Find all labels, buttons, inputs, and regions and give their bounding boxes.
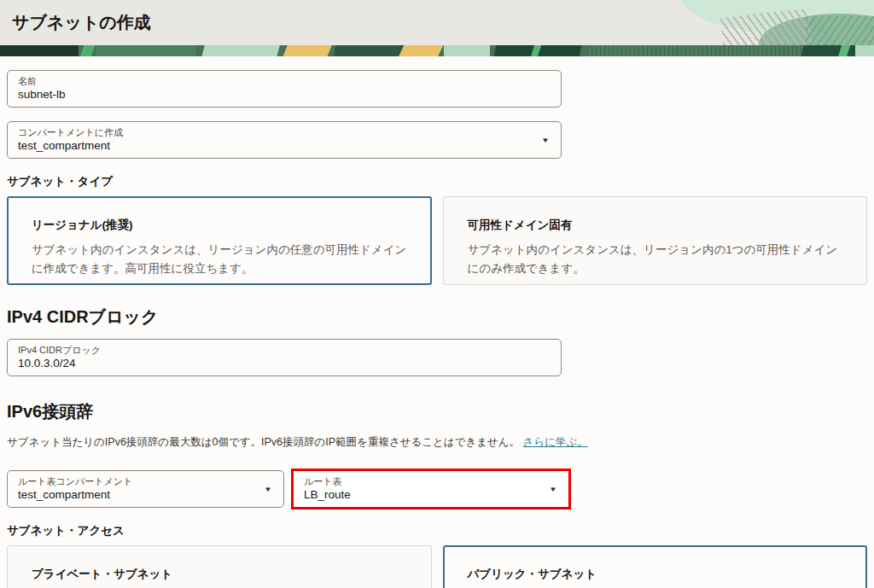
chevron-down-icon: ▼ [549,486,557,493]
route-table-row: ルート表コンパートメント test_compartment ▼ ルート表 LB_… [7,469,867,509]
name-field-label: 名前 [18,75,551,87]
compartment-select-label: コンパートメントに作成 [18,126,551,138]
card-title: プライベート・サブネット [32,567,407,582]
compartment-select-value: test_compartment [18,138,551,153]
ipv4-cidr-heading: IPv4 CIDRブロック [7,306,867,329]
subnet-access-options: プライベート・サブネット このサブネットのインスタンスに対してパブリックIPアド… [7,545,867,588]
route-table-value: LB_route [304,487,558,502]
card-title: パブリック・サブネット [468,567,843,582]
chevron-down-icon: ▼ [264,486,272,493]
create-subnet-form: 名前 コンパートメントに作成 test_compartment ▼ サブネット・… [0,56,874,588]
card-title: リージョナル(推奨) [32,218,407,233]
route-table-compartment-label: ルート表コンパートメント [18,475,273,487]
card-title: 可用性ドメイン固有 [468,218,843,233]
learn-more-link[interactable]: さらに学ぶ。 [523,436,588,448]
chevron-down-icon: ▼ [541,137,550,144]
ipv4-cidr-input[interactable] [18,356,551,370]
card-description: サブネット内のインスタンスは、リージョン内の1つの可用性ドメインにのみ作成できま… [468,241,843,278]
subnet-type-options: リージョナル(推奨) サブネット内のインスタンスは、リージョン内の任意の可用性ド… [7,196,867,285]
compartment-select[interactable]: コンパートメントに作成 test_compartment ▼ [7,121,562,159]
decorative-green-banner [0,45,874,56]
subnet-access-label: サブネット・アクセス [7,523,867,539]
subnet-access-card-private[interactable]: プライベート・サブネット このサブネットのインスタンスに対してパブリックIPアド… [7,545,432,588]
route-table-select[interactable]: ルート表 LB_route ▼ [294,471,568,507]
ipv4-cidr-field[interactable]: IPv4 CIDRブロック [7,339,562,376]
decorative-hatch-pattern [806,16,874,45]
ipv6-note-text: サブネット当たりのIPv6接頭辞の最大数は0個です。IPv6接頭辞のIP範囲を重… [7,436,520,448]
name-field[interactable]: 名前 [7,70,562,108]
name-input[interactable] [18,87,551,102]
route-table-label: ルート表 [304,475,558,487]
card-description: サブネット内のインスタンスは、リージョン内の任意の可用性ドメインに作成できます。… [32,241,407,278]
page-title: サブネットの作成 [12,11,151,34]
subnet-type-card-ad-specific[interactable]: 可用性ドメイン固有 サブネット内のインスタンスは、リージョン内の1つの可用性ドメ… [443,196,868,285]
ipv6-note: サブネット当たりのIPv6接頭辞の最大数は0個です。IPv6接頭辞のIP範囲を重… [7,435,867,450]
route-table-compartment-select[interactable]: ルート表コンパートメント test_compartment ▼ [7,470,284,508]
red-annotation-box: ルート表 LB_route ▼ [291,469,571,509]
ipv6-prefix-heading: IPv6接頭辞 [7,400,867,423]
subnet-type-label: サブネット・タイプ [7,174,867,189]
route-table-compartment-value: test_compartment [18,487,273,502]
subnet-type-card-regional[interactable]: リージョナル(推奨) サブネット内のインスタンスは、リージョン内の任意の可用性ド… [7,196,432,285]
subnet-access-card-public[interactable]: パブリック・サブネット このサブネットのインスタンスに対してパブリックIPアドレ… [443,545,868,588]
page-header: サブネットの作成 [0,0,874,45]
ipv4-cidr-field-label: IPv4 CIDRブロック [18,344,551,356]
